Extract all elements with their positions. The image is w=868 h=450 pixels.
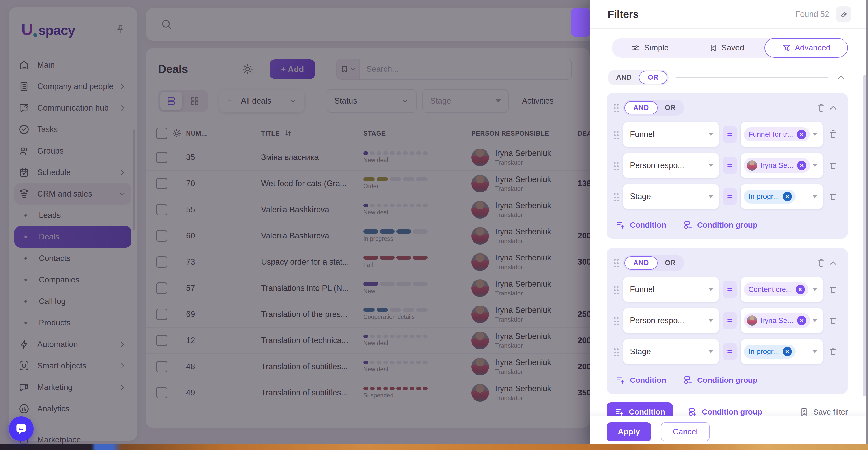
chevron-up-icon (836, 72, 846, 83)
dropdown-triangle-icon (813, 350, 817, 353)
group-or-option[interactable]: OR (658, 101, 683, 115)
drag-handle[interactable] (613, 192, 619, 201)
tab-saved[interactable]: Saved (688, 38, 765, 58)
panel-scrollbar[interactable] (863, 75, 866, 396)
filters-title: Filters (608, 8, 639, 20)
operator-badge[interactable]: = (723, 312, 737, 329)
group-plus-icon (683, 220, 693, 230)
tab-label: Advanced (795, 43, 831, 53)
value-select[interactable]: In progr... (741, 184, 823, 209)
dropdown-triangle-icon (813, 195, 817, 198)
drag-handle[interactable] (613, 347, 619, 356)
chip-label: Content cre... (748, 285, 792, 294)
condition-plus-icon (614, 407, 625, 417)
tab-label: Saved (721, 43, 744, 53)
delete-condition-button[interactable] (827, 159, 839, 171)
divider-line (676, 78, 828, 78)
trash-icon (816, 103, 826, 113)
group-operator-switch: AND OR (623, 255, 684, 271)
bookmark-check-icon (709, 43, 718, 53)
remove-chip-icon[interactable] (797, 161, 806, 170)
divider-line (690, 263, 809, 263)
delete-condition-button[interactable] (827, 346, 839, 358)
field-select[interactable]: Funnel (623, 277, 719, 302)
bookmark-check-icon (799, 407, 809, 417)
drag-handle[interactable] (613, 130, 619, 139)
chip-label: Funnel for tr... (748, 130, 793, 139)
cancel-button[interactable]: Cancel (661, 422, 710, 442)
dropdown-triangle-icon (709, 319, 713, 322)
add-condition-link[interactable]: Condition (615, 375, 666, 385)
field-label: Stage (630, 347, 651, 356)
add-root-condition-group-link[interactable]: Condition group (687, 407, 762, 417)
operator-badge[interactable]: = (723, 281, 737, 298)
delete-condition-button[interactable] (827, 314, 839, 327)
support-chat-button[interactable] (9, 416, 34, 441)
drag-handle[interactable] (613, 316, 619, 325)
chip-label: In progr... (748, 348, 779, 356)
add-condition-group-link[interactable]: Condition group (683, 375, 757, 385)
drag-handle[interactable] (613, 103, 619, 113)
remove-chip-icon[interactable] (783, 347, 792, 356)
delete-condition-button[interactable] (827, 283, 839, 295)
operator-badge[interactable]: = (723, 188, 737, 205)
delete-condition-button[interactable] (827, 128, 839, 140)
remove-chip-icon[interactable] (797, 316, 806, 325)
field-select[interactable]: Person respo... (623, 153, 719, 178)
root-or-option[interactable]: OR (639, 71, 668, 84)
add-condition-group-link[interactable]: Condition group (683, 220, 757, 230)
window-edge (866, 0, 868, 450)
tab-label: Simple (644, 43, 669, 53)
delete-condition-button[interactable] (827, 190, 839, 203)
delete-group-button[interactable] (815, 257, 827, 269)
collapse-group-button[interactable] (827, 257, 839, 269)
field-select[interactable]: Stage (623, 339, 719, 364)
condition-row: Stage = In progr... (613, 184, 839, 209)
value-select[interactable]: Funnel for tr... (741, 122, 823, 147)
root-operator-switch: AND OR (608, 70, 669, 85)
delete-group-button[interactable] (815, 102, 827, 114)
tab-simple[interactable]: Simple (612, 38, 688, 58)
field-select[interactable]: Stage (623, 184, 719, 209)
group-and-option[interactable]: AND (624, 256, 658, 270)
field-select[interactable]: Funnel (623, 122, 719, 147)
remove-chip-icon[interactable] (796, 285, 805, 294)
dropdown-triangle-icon (709, 195, 713, 198)
close-filters-button[interactable] (571, 8, 591, 37)
collapse-root-button[interactable] (835, 72, 847, 84)
trash-icon (828, 316, 838, 326)
trash-icon (816, 258, 826, 268)
value-select[interactable]: Iryna Se... (741, 308, 823, 333)
chip-label: Iryna Se... (760, 161, 794, 170)
funnel-gear-icon (782, 43, 791, 53)
apply-button[interactable]: Apply (607, 422, 651, 442)
condition-row: Funnel = Content cre... (613, 277, 839, 302)
field-select[interactable]: Person respo... (623, 308, 719, 333)
drag-handle[interactable] (613, 258, 619, 268)
operator-badge[interactable]: = (723, 126, 737, 143)
value-select[interactable]: In progr... (741, 339, 823, 364)
value-chip: Content cre... (744, 282, 808, 297)
group-plus-icon (687, 407, 698, 417)
group-and-option[interactable]: AND (624, 101, 658, 115)
remove-chip-icon[interactable] (783, 192, 792, 201)
app-root: U spacy Main Company and people Communic… (0, 0, 868, 450)
tab-advanced[interactable]: Advanced (765, 38, 848, 58)
collapse-group-button[interactable] (827, 102, 839, 114)
operator-badge[interactable]: = (723, 343, 737, 360)
remove-chip-icon[interactable] (797, 130, 806, 139)
value-select[interactable]: Content cre... (741, 277, 823, 302)
clear-filters-button[interactable] (836, 6, 851, 22)
add-condition-link[interactable]: Condition (615, 220, 666, 230)
drag-handle[interactable] (613, 161, 619, 170)
group-or-option[interactable]: OR (658, 256, 683, 270)
operator-badge[interactable]: = (723, 157, 737, 174)
save-filter-button[interactable]: Save filter (799, 407, 848, 417)
eraser-icon (839, 9, 848, 19)
root-and-option[interactable]: AND (609, 71, 639, 84)
value-select[interactable]: Iryna Se... (741, 153, 823, 178)
field-label: Funnel (630, 285, 654, 294)
drag-handle[interactable] (613, 285, 619, 294)
dropdown-triangle-icon (709, 164, 713, 167)
dropdown-triangle-icon (709, 133, 713, 136)
